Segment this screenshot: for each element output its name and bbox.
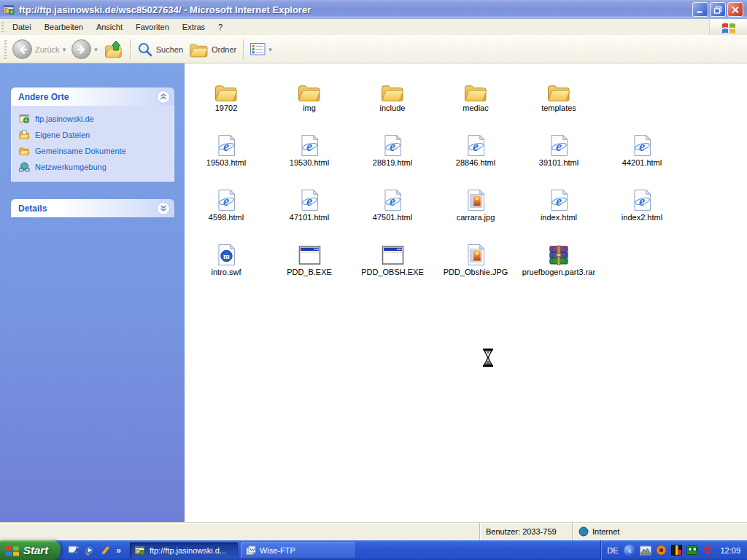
back-button[interactable]: Zurück ▾ — [9, 38, 69, 61]
file-item[interactable]: 44201.html — [600, 128, 684, 182]
forward-button[interactable]: ▾ — [69, 38, 101, 61]
file-label: index2.html — [622, 213, 662, 222]
menu-ansicht[interactable]: Ansicht — [90, 19, 129, 35]
file-label: img — [303, 104, 316, 112]
file-label: 47101.html — [290, 213, 329, 222]
folder-icon — [380, 73, 405, 102]
menu-help[interactable]: ? — [212, 19, 229, 35]
html-file-icon — [384, 128, 402, 157]
menu-datei[interactable]: Datei — [6, 19, 38, 35]
views-button[interactable]: ▾ — [247, 42, 275, 57]
media-player-icon[interactable] — [84, 545, 95, 556]
toolbar-grip[interactable] — [4, 40, 7, 59]
close-button[interactable] — [727, 2, 743, 17]
other-places-panel: Andere Orte — [11, 88, 174, 182]
file-label: PDD_B.EXE — [287, 268, 332, 276]
folders-label: Ordner — [212, 45, 236, 54]
restore-button[interactable] — [710, 2, 726, 17]
file-item[interactable]: index2.html — [600, 182, 684, 237]
sidebar-item-gemeinsame-dokumente[interactable]: Gemeinsame Dokumente — [19, 146, 169, 156]
details-header[interactable]: Details — [11, 199, 174, 217]
window-titlebar: ftp://ftp.jasinowski.de/wsc85027634/ - M… — [0, 0, 747, 19]
file-label: carrara.jpg — [457, 213, 495, 222]
file-item[interactable]: carrara.jpg — [434, 182, 517, 237]
language-indicator[interactable]: DE — [607, 546, 619, 555]
file-item[interactable]: 19503.html — [185, 128, 268, 182]
taskbar-button-ftp[interactable]: ftp://ftp.jasinowski.d... — [130, 542, 238, 559]
windows-start-flag-icon — [5, 543, 20, 557]
black-yellow-red-tray-icon[interactable] — [671, 545, 682, 556]
minimize-button[interactable] — [692, 2, 708, 17]
menu-bearbeiten[interactable]: Bearbeiten — [38, 19, 90, 35]
sidebar-item-label: ftp.jasinowski.de — [35, 114, 94, 123]
file-item[interactable]: 47101.html — [268, 182, 351, 237]
file-item[interactable]: 39101.html — [517, 128, 600, 182]
status-bar: Benutzer: 2033-759 Internet — [0, 522, 747, 540]
pen-launcher-icon[interactable] — [100, 545, 111, 556]
menubar-grip[interactable] — [1, 22, 4, 32]
other-places-header[interactable]: Andere Orte — [11, 88, 174, 106]
menu-extras[interactable]: Extras — [176, 19, 212, 35]
file-label: 4598.html — [209, 213, 244, 222]
expand-panel-button[interactable] — [157, 202, 170, 215]
green-monitors-tray-icon[interactable] — [686, 545, 698, 555]
sidebar-item-label: Gemeinsame Dokumente — [35, 147, 126, 155]
file-item[interactable]: index.html — [517, 182, 600, 237]
file-item[interactable]: PDD_Obshie.JPG — [434, 237, 517, 292]
file-item[interactable]: 4598.html — [185, 182, 268, 237]
swf-file-icon — [217, 237, 236, 266]
toolbar-separator — [130, 39, 131, 60]
html-file-icon — [467, 128, 485, 157]
collapse-panel-button[interactable] — [157, 90, 170, 104]
file-row: 4598.html 47101.html 47501.html carrara.… — [185, 182, 747, 237]
file-item[interactable]: 28819.html — [351, 128, 434, 182]
chevron-up-icon — [160, 93, 167, 100]
folders-button[interactable]: Ordner — [186, 40, 239, 59]
file-item[interactable]: mediac — [434, 73, 517, 128]
task-pane-sidebar: Andere Orte — [0, 63, 185, 522]
hide-icons-chevron[interactable]: ‹ — [624, 545, 635, 556]
mountain-tray-icon[interactable] — [640, 545, 651, 556]
start-button[interactable]: Start — [0, 540, 61, 560]
up-folder-button[interactable] — [101, 39, 126, 61]
wise-ftp-icon — [246, 545, 256, 556]
file-item[interactable]: pruefbogen.part3.rar — [517, 237, 600, 292]
file-label: pruefbogen.part3.rar — [522, 268, 595, 276]
red-updown-arrows-tray-icon[interactable] — [703, 545, 713, 556]
start-label: Start — [23, 544, 48, 556]
sidebar-item-eigene-dateien[interactable]: Eigene Dateien — [19, 130, 169, 140]
forward-circle — [71, 39, 91, 59]
sidebar-item-ftp-site[interactable]: ftp.jasinowski.de — [19, 113, 169, 124]
show-desktop-icon[interactable] — [68, 545, 79, 556]
file-item[interactable]: img — [268, 73, 351, 128]
folder-icon — [463, 73, 488, 102]
file-item[interactable]: PDD_OBSH.EXE — [351, 237, 434, 292]
file-item[interactable]: include — [351, 73, 434, 128]
details-panel: Details — [11, 199, 174, 217]
window-title: ftp://ftp.jasinowski.de/wsc85027634/ - M… — [19, 4, 689, 15]
quick-launch-bar: » — [61, 545, 127, 556]
hourglass-cursor — [481, 348, 495, 368]
quicklaunch-overflow-chevron[interactable]: » — [116, 545, 121, 556]
html-file-icon — [217, 128, 236, 157]
file-item[interactable]: 19702 — [185, 73, 268, 128]
file-item[interactable]: 47501.html — [351, 182, 434, 237]
orange-ring-tray-icon[interactable] — [656, 545, 667, 556]
html-file-icon — [550, 128, 568, 157]
file-item[interactable]: templates — [517, 73, 600, 128]
file-item[interactable]: 19530.html — [268, 128, 351, 182]
taskbar-button-wise-ftp[interactable]: Wise-FTP — [241, 542, 356, 559]
folder-up-icon — [104, 40, 123, 59]
file-item[interactable]: 28846.html — [434, 128, 517, 182]
html-file-icon — [384, 182, 402, 211]
sidebar-item-netzwerkumgebung[interactable]: Netzwerkumgebung — [19, 162, 169, 172]
file-label: intro.swf — [212, 268, 241, 276]
network-places-icon — [19, 162, 30, 172]
file-item[interactable]: PDD_B.EXE — [268, 237, 351, 292]
menu-favoriten[interactable]: Favoriten — [129, 19, 176, 35]
file-item[interactable]: intro.swf — [185, 237, 268, 292]
folder-icon — [214, 73, 239, 102]
ie-ftp-task-icon — [135, 545, 146, 556]
search-button[interactable]: Suchen — [134, 40, 186, 59]
file-row: intro.swf PDD_B.EXE PDD_OBSH.EXE PDD_Obs… — [185, 237, 747, 292]
